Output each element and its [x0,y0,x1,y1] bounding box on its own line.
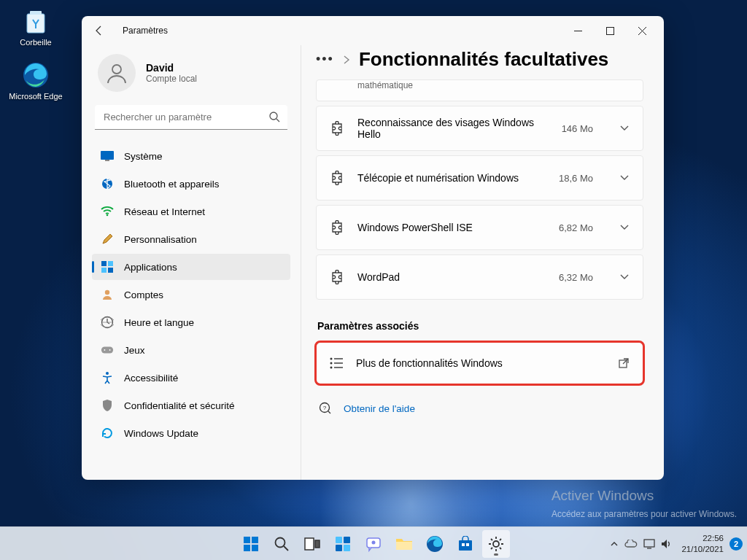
watermark-sub: Accédez aux paramètres pour activer Wind… [551,508,737,521]
desktop-icon-label: Corbeille [20,38,51,47]
svg-rect-40 [344,537,350,543]
settings-taskbar-button[interactable] [482,530,510,558]
list-icon [330,357,343,369]
gamepad-icon [101,343,114,357]
taskbar-clock[interactable]: 22:56 21/10/2021 [681,533,724,554]
feature-label: Windows PowerShell ISE [357,222,546,233]
edge-taskbar-button[interactable] [421,530,449,558]
time: 22:56 [681,533,724,543]
svg-rect-33 [244,545,250,551]
feature-item[interactable]: Télécopie et numérisation Windows 18,6 M… [316,155,643,201]
maximize-button[interactable] [594,19,626,42]
svg-rect-1 [30,11,42,15]
feature-label: WordPad [357,271,546,283]
edge-icon [20,60,51,90]
close-button[interactable] [626,19,658,42]
svg-line-7 [276,119,279,122]
svg-rect-9 [105,160,109,161]
feature-size: 6,82 Mo [559,222,593,233]
nav-time-language[interactable]: Heure et langue [92,309,290,335]
svg-rect-49 [466,543,469,546]
svg-point-11 [107,214,109,217]
svg-rect-48 [462,543,465,546]
nav-privacy[interactable]: Confidentialité et sécurité [92,392,290,419]
nav: Système Bluetooth et appareils Réseau et… [92,143,290,446]
svg-rect-39 [336,537,342,543]
nav-label: Applications [124,262,177,273]
nav-gaming[interactable]: Jeux [92,337,290,363]
user-card[interactable]: David Compte local [92,50,290,105]
accessibility-icon [101,371,114,384]
svg-rect-38 [315,540,320,548]
feature-item[interactable]: WordPad 6,32 Mo [316,254,643,300]
nav-personalization[interactable]: Personnalisation [92,226,290,252]
taskbar: 22:56 21/10/2021 2 [0,526,747,560]
nav-accounts[interactable]: Comptes [92,281,290,308]
svg-point-26 [330,367,333,369]
search-icon [268,111,280,122]
nav-label: Personnalisation [124,234,197,245]
minimize-button[interactable] [562,19,594,42]
file-explorer-button[interactable] [390,530,418,558]
svg-point-16 [105,290,109,295]
puzzle-icon [330,270,344,284]
puzzle-icon [330,171,344,185]
svg-rect-8 [101,151,114,160]
chevron-down-icon [619,273,630,281]
shield-icon [101,399,114,412]
brush-icon [101,233,114,246]
related-label: Plus de fonctionnalités Windows [356,357,605,369]
search-button[interactable] [268,530,295,558]
nav-label: Jeux [124,345,145,356]
desktop-icon-edge[interactable]: Microsoft Edge [9,60,63,101]
back-button[interactable] [88,19,111,42]
window-title: Paramètres [123,26,168,36]
store-button[interactable] [452,530,479,558]
nav-windows-update[interactable]: Windows Update [92,420,290,446]
svg-rect-14 [101,268,107,273]
update-icon [101,427,114,440]
widgets-button[interactable] [329,530,357,558]
task-view-button[interactable] [298,530,326,558]
feature-item-cut[interactable]: mathématique [316,79,643,101]
notification-badge[interactable]: 2 [729,537,743,551]
breadcrumb-back[interactable]: ••• [316,52,334,67]
desktop-icon-recycle-bin[interactable]: Corbeille [9,6,63,47]
svg-rect-31 [244,537,250,543]
svg-rect-4 [606,27,614,34]
svg-rect-13 [108,261,113,266]
nav-apps[interactable]: Applications [92,254,290,280]
tray-chevron-icon[interactable] [610,540,619,548]
activation-watermark: Activer Windows Accédez aux paramètres p… [551,486,737,521]
nav-label: Réseau et Internet [124,206,205,217]
nav-accessibility[interactable]: Accessibilité [92,365,290,391]
feature-item[interactable]: Windows PowerShell ISE 6,82 Mo [316,205,643,250]
svg-point-35 [276,537,285,547]
chevron-down-icon [619,224,630,231]
get-help-link[interactable]: ? Obtenir de l'aide [319,402,643,415]
svg-rect-18 [101,347,113,354]
start-button[interactable] [237,530,265,558]
help-label: Obtenir de l'aide [344,403,415,414]
svg-rect-51 [644,540,654,547]
feature-sub: mathématique [357,80,630,90]
more-windows-features-link[interactable]: Plus de fonctionnalités Windows [316,342,643,384]
svg-text:?: ? [323,405,327,411]
taskbar-center [237,530,510,558]
onedrive-tray-icon[interactable] [624,540,638,548]
network-tray-icon[interactable] [643,539,655,549]
search-input[interactable] [95,105,287,130]
feature-item[interactable]: Reconnaissance des visages Windows Hello… [316,106,643,151]
search-box [95,105,287,130]
nav-network[interactable]: Réseau et Internet [92,198,290,225]
svg-line-36 [284,546,288,551]
svg-point-44 [372,540,376,544]
person-icon [101,288,114,301]
chat-button[interactable] [360,530,387,558]
nav-bluetooth[interactable]: Bluetooth et appareils [92,171,290,197]
desktop-icon-label: Microsoft Edge [9,92,62,101]
svg-rect-47 [459,540,472,551]
svg-point-6 [270,112,277,120]
nav-system[interactable]: Système [92,143,290,169]
volume-tray-icon[interactable] [661,539,673,549]
